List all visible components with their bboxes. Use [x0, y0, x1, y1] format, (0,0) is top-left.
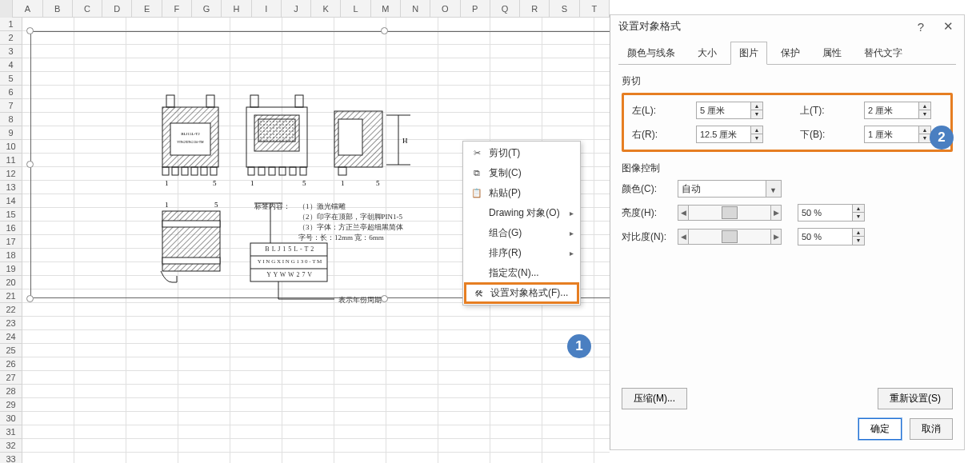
row-header-32[interactable]: 32 [0, 439, 22, 453]
brightness-input[interactable]: 50 % ▲▼ [798, 204, 865, 222]
sel-handle-n[interactable] [381, 27, 388, 34]
col-header-T[interactable]: T [580, 0, 610, 18]
sel-handle-nw[interactable] [26, 27, 34, 34]
dialog-tab-3[interactable]: 保护 [772, 42, 809, 65]
col-header-K[interactable]: K [311, 0, 341, 18]
dialog-tab-4[interactable]: 属性 [814, 42, 850, 65]
col-header-C[interactable]: C [73, 0, 102, 18]
sel-handle-sw[interactable] [26, 295, 34, 302]
contrast-input[interactable]: 50 % ▲▼ [798, 228, 865, 245]
sel-handle-w[interactable] [26, 161, 34, 168]
col-header-I[interactable]: I [252, 0, 282, 18]
cancel-button[interactable]: 取消 [910, 418, 953, 440]
dialog-tab-1[interactable]: 大小 [689, 42, 726, 65]
row-header-5[interactable]: 5 [0, 72, 22, 86]
ctx-item-0[interactable]: ✂剪切(T) [465, 143, 578, 163]
row-header-13[interactable]: 13 [0, 181, 22, 194]
crop-left-input[interactable]: 5 厘米 ▲▼ [696, 102, 763, 119]
spin-up-icon[interactable]: ▲ [919, 126, 930, 134]
spin-down-icon[interactable]: ▼ [853, 213, 864, 221]
row-header-22[interactable]: 22 [0, 303, 22, 317]
slider-left-icon[interactable]: ◀ [678, 205, 689, 221]
col-header-B[interactable]: B [43, 0, 73, 18]
compress-button[interactable]: 压缩(M)... [622, 388, 687, 409]
slider-left-icon[interactable]: ◀ [678, 229, 689, 245]
row-header-19[interactable]: 19 [0, 262, 22, 276]
slider-thumb[interactable] [722, 230, 738, 243]
col-header-O[interactable]: O [430, 0, 460, 18]
dialog-tab-5[interactable]: 替代文字 [855, 42, 911, 65]
col-header-E[interactable]: E [132, 0, 162, 18]
slider-right-icon[interactable]: ▶ [770, 229, 782, 245]
crop-right-input[interactable]: 12.5 厘米 ▲▼ [696, 126, 763, 143]
col-header-M[interactable]: M [371, 0, 401, 18]
row-header-31[interactable]: 31 [0, 425, 22, 439]
reset-button[interactable]: 重新设置(S) [878, 388, 953, 409]
spin-down-icon[interactable]: ▼ [919, 110, 930, 118]
spin-up-icon[interactable]: ▲ [751, 126, 762, 134]
col-header-D[interactable]: D [102, 0, 132, 18]
ctx-item-3[interactable]: Drawing 对象(O) [465, 203, 578, 223]
row-header-9[interactable]: 9 [0, 126, 22, 140]
ctx-item-4[interactable]: 组合(G) [465, 223, 578, 243]
row-header-3[interactable]: 3 [0, 45, 22, 58]
col-header-Q[interactable]: Q [490, 0, 520, 18]
row-header-17[interactable]: 17 [0, 235, 22, 249]
dialog-tab-0[interactable]: 颜色与线条 [618, 42, 684, 65]
row-header-33[interactable]: 33 [0, 453, 22, 463]
row-header-4[interactable]: 4 [0, 58, 22, 72]
dialog-titlebar[interactable]: 设置对象格式 ? ✕ [610, 15, 964, 38]
close-button[interactable]: ✕ [940, 18, 956, 34]
col-header-L[interactable]: L [341, 0, 370, 18]
ctx-item-6[interactable]: 指定宏(N)... [465, 263, 578, 283]
row-header-27[interactable]: 27 [0, 371, 22, 385]
brightness-slider[interactable]: ◀ ▶ [678, 204, 782, 222]
help-button[interactable]: ? [913, 18, 929, 34]
row-header-28[interactable]: 28 [0, 385, 22, 398]
crop-top-input[interactable]: 2 厘米 ▲▼ [864, 102, 931, 119]
spin-down-icon[interactable]: ▼ [751, 110, 762, 118]
spin-down-icon[interactable]: ▼ [853, 237, 864, 245]
row-header-25[interactable]: 25 [0, 344, 22, 357]
spin-up-icon[interactable]: ▲ [919, 102, 930, 110]
spin-down-icon[interactable]: ▼ [751, 134, 762, 142]
ok-button[interactable]: 确定 [858, 418, 902, 440]
row-header-8[interactable]: 8 [0, 113, 22, 126]
col-header-S[interactable]: S [550, 0, 579, 18]
col-header-R[interactable]: R [520, 0, 550, 18]
col-header-A[interactable]: A [13, 0, 42, 18]
col-header-N[interactable]: N [401, 0, 430, 18]
row-header-11[interactable]: 11 [0, 154, 22, 167]
row-header-18[interactable]: 18 [0, 249, 22, 262]
row-header-21[interactable]: 21 [0, 289, 22, 303]
row-header-29[interactable]: 29 [0, 398, 22, 412]
col-header-J[interactable]: J [282, 0, 311, 18]
slider-right-icon[interactable]: ▶ [770, 205, 782, 221]
col-header-G[interactable]: G [192, 0, 222, 18]
row-header-20[interactable]: 20 [0, 276, 22, 289]
row-header-15[interactable]: 15 [0, 208, 22, 222]
spin-up-icon[interactable]: ▲ [853, 205, 864, 213]
select-all-corner[interactable] [0, 0, 13, 18]
row-header-10[interactable]: 10 [0, 140, 22, 154]
contrast-slider[interactable]: ◀ ▶ [678, 228, 782, 245]
row-header-7[interactable]: 7 [0, 99, 22, 113]
ctx-item-2[interactable]: 📋粘贴(P) [465, 183, 578, 203]
row-header-1[interactable]: 1 [0, 18, 22, 31]
crop-bottom-input[interactable]: 1 厘米 ▲▼ [864, 126, 931, 143]
col-header-F[interactable]: F [162, 0, 192, 18]
spin-up-icon[interactable]: ▲ [751, 102, 762, 110]
dialog-tab-2[interactable]: 图片 [730, 42, 767, 65]
row-header-24[interactable]: 24 [0, 330, 22, 344]
ctx-item-1[interactable]: ⧉复制(C) [465, 163, 578, 183]
row-header-14[interactable]: 14 [0, 194, 22, 208]
color-dropdown[interactable]: 自动 ▼ [678, 180, 782, 198]
col-header-H[interactable]: H [222, 0, 251, 18]
col-header-P[interactable]: P [461, 0, 490, 18]
ctx-item-5[interactable]: 排序(R) [465, 243, 578, 263]
row-header-12[interactable]: 12 [0, 167, 22, 181]
spin-down-icon[interactable]: ▼ [919, 134, 930, 142]
row-header-2[interactable]: 2 [0, 31, 22, 45]
slider-thumb[interactable] [722, 206, 738, 219]
row-header-6[interactable]: 6 [0, 86, 22, 99]
